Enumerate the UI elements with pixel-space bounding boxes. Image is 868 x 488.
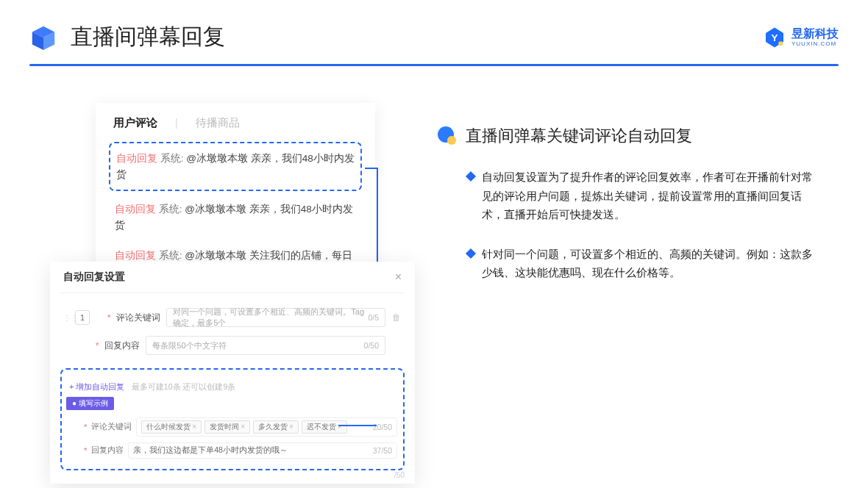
svg-text:Y: Y: [771, 32, 778, 43]
content-row: * 回复内容 每条限50个中文字符 0/50: [60, 331, 405, 359]
brand-name-cn: 昱新科技: [791, 28, 839, 40]
example-reply-counter: 37/50: [373, 446, 392, 455]
bullet-text: 针对同一个问题，可设置多个相近的、高频的关键词。例如：这款多少钱、这块能优惠吗、…: [482, 245, 820, 282]
required-star-icon: *: [107, 313, 110, 322]
example-reply-label: 回复内容: [91, 445, 124, 456]
diamond-icon: [466, 248, 476, 258]
svg-point-6: [447, 136, 456, 145]
example-keyword-counter: 20/50: [373, 423, 392, 431]
content-field-label: 回复内容: [104, 340, 140, 351]
row-number: 1: [75, 310, 90, 325]
tab-user-comments[interactable]: 用户评论: [113, 116, 157, 130]
system-label: 系统:: [160, 153, 184, 164]
brand-logo: Y 昱新科技 YUUXIN.COM: [764, 26, 839, 49]
example-badge: ● 填写示例: [66, 397, 114, 410]
settings-header: 自动回复设置 ×: [60, 270, 405, 293]
keyword-counter: 0/5: [368, 313, 379, 322]
content-placeholder: 每条限50个中文字符: [152, 340, 226, 351]
connector-line: [365, 168, 377, 169]
page-header: 直播间弹幕回复 Y 昱新科技 YUUXIN.COM: [0, 0, 868, 52]
system-label: 系统:: [159, 204, 182, 215]
bubble-icon: [438, 126, 457, 146]
keyword-field-label: 评论关键词: [116, 312, 160, 323]
bullet-item: 针对同一个问题，可设置多个相近的、高频的关键词。例如：这款多少钱、这块能优惠吗、…: [467, 245, 820, 282]
delete-icon[interactable]: 🗑: [391, 312, 402, 323]
auto-reply-label: 自动回复: [115, 250, 156, 261]
tab-bar: 用户评论 | 待播商品: [96, 116, 375, 139]
settings-title: 自动回复设置: [63, 270, 125, 284]
svg-point-4: [778, 41, 783, 46]
section-title: 直播间弹幕关键词评论自动回复: [466, 125, 692, 147]
comment-item-highlighted: 自动回复 系统: @冰墩墩本墩 亲亲，我们48小时内发货: [109, 142, 362, 191]
auto-reply-label: 自动回复: [116, 153, 157, 164]
keyword-tag[interactable]: 迟不发货×: [302, 420, 347, 434]
diamond-icon: [466, 171, 476, 182]
bullet-item: 自动回复设置为了提升作者的评论回复效率，作者可在开播前针对常见的评论用户问题，提…: [467, 168, 820, 224]
required-star-icon: *: [96, 341, 99, 350]
example-keyword-label: 评论关键词: [91, 422, 132, 432]
keyword-placeholder: 对同一个问题，可设置多个相近、高频的关键词。Tag确定，最多5个: [173, 306, 368, 329]
bullet-list: 自动回复设置为了提升作者的评论回复效率，作者可在开播前针对常见的评论用户问题，提…: [438, 168, 820, 282]
content-input[interactable]: 每条限50个中文字符 0/50: [146, 336, 385, 355]
system-label: 系统:: [159, 250, 182, 261]
section-heading: 直播间弹幕关键词评论自动回复: [438, 125, 820, 147]
required-star-icon: *: [84, 423, 87, 431]
keyword-input[interactable]: 对同一个问题，可设置多个相近、高频的关键词。Tag确定，最多5个 0/5: [166, 308, 385, 327]
bottom-counter: /50: [394, 471, 405, 479]
comment-item: 自动回复 系统: @冰墩墩本墩 亲亲，我们48小时内发货: [109, 194, 362, 240]
auto-reply-label: 自动回复: [115, 204, 156, 215]
auto-reply-settings-panel: 自动回复设置 × ⋮⋮ 1 * 评论关键词 对同一个问题，可设置多个相近、高频的…: [50, 262, 415, 484]
example-reply-row: * 回复内容 亲，我们这边都是下单48小时内发货的哦～ 37/50: [66, 439, 399, 462]
tab-pending-products[interactable]: 待播商品: [196, 116, 240, 130]
connector-line: [338, 425, 377, 426]
brand-icon: Y: [764, 26, 786, 49]
add-hint: 最多可建10条 还可以创建9条: [132, 382, 235, 391]
content-counter: 0/50: [364, 341, 379, 350]
close-icon[interactable]: ×: [395, 270, 402, 284]
page-title: 直播间弹幕回复: [71, 22, 750, 52]
title-row: 直播间弹幕回复 Y 昱新科技 YUUXIN.COM: [29, 22, 839, 52]
bullet-text: 自动回复设置为了提升作者的评论回复效率，作者可在开播前针对常见的评论用户问题，提…: [482, 168, 820, 224]
example-keyword-row: * 评论关键词 什么时候发货× 发货时间× 多久发货× 迟不发货× 20/50: [66, 415, 399, 439]
brand-name-en: YUUXIN.COM: [791, 41, 839, 47]
keyword-tag[interactable]: 发货时间×: [204, 420, 250, 434]
drag-handle-icon[interactable]: ⋮⋮: [63, 314, 69, 322]
right-column: 直播间弹幕关键词评论自动回复 自动回复设置为了提升作者的评论回复效率，作者可在开…: [438, 125, 820, 303]
required-star-icon: *: [84, 446, 87, 455]
example-tag-input[interactable]: 什么时候发货× 发货时间× 多久发货× 迟不发货× 20/50: [136, 417, 397, 437]
header-divider: [29, 64, 839, 66]
example-area: + 增加自动回复 最多可建10条 还可以创建9条 ● 填写示例 * 评论关键词 …: [60, 368, 405, 470]
keyword-tag[interactable]: 什么时候发货×: [141, 420, 202, 434]
cube-icon: [29, 24, 57, 51]
keyword-tag[interactable]: 多久发货×: [253, 420, 299, 434]
example-reply-input[interactable]: 亲，我们这边都是下单48小时内发货的哦～ 37/50: [128, 442, 397, 459]
add-auto-reply-link[interactable]: + 增加自动回复: [69, 382, 124, 391]
example-reply-text: 亲，我们这边都是下单48小时内发货的哦～: [133, 445, 369, 456]
keyword-row: ⋮⋮ 1 * 评论关键词 对同一个问题，可设置多个相近、高频的关键词。Tag确定…: [60, 304, 405, 331]
